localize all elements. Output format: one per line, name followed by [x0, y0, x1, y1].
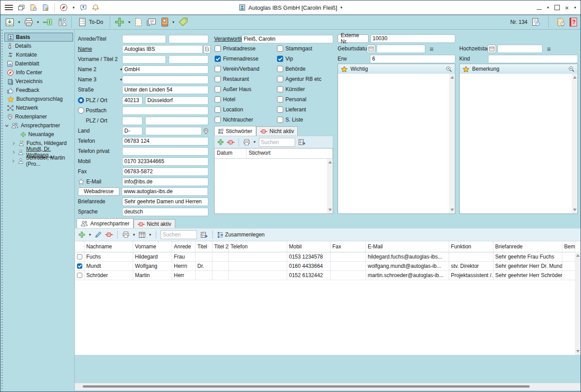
deactivate-keyword-icon[interactable] [227, 140, 235, 145]
scroll-down-icon[interactable] [576, 350, 580, 353]
star-outline-icon[interactable] [78, 179, 85, 185]
chevron-right-icon[interactable] [12, 150, 15, 154]
sidebar-item-details[interactable]: Details [4, 42, 74, 50]
postfach-input[interactable] [122, 107, 208, 115]
ausser-haus-checkbox[interactable] [215, 86, 221, 92]
tag-icon[interactable] [178, 17, 189, 27]
calendar-icon[interactable] [367, 45, 375, 53]
hochzeitstag-input[interactable] [497, 45, 543, 53]
ort-input[interactable] [145, 96, 208, 105]
titel2-input[interactable] [169, 55, 208, 64]
row-checkbox[interactable] [77, 263, 82, 269]
postfach-radio[interactable] [78, 107, 84, 114]
location-checkbox[interactable] [215, 107, 221, 113]
sidebar-item-basis[interactable]: Basis [4, 33, 73, 42]
deactivate-contact-icon[interactable] [105, 232, 113, 237]
column-header[interactable]: Funktion [449, 241, 493, 252]
erw-input[interactable] [370, 55, 455, 63]
behoerde-checkbox[interactable] [277, 66, 283, 72]
anrede-input[interactable] [122, 35, 166, 43]
sidebar-item-kontakte[interactable]: Kontakte [4, 50, 74, 59]
sidebar-item-datenblatt[interactable]: Datenblatt [4, 59, 74, 68]
close-caret[interactable]: ▾ [574, 6, 576, 10]
print-contacts-caret[interactable]: ▾ [133, 233, 135, 237]
sprache-input[interactable] [122, 208, 208, 216]
sidebar-splitter[interactable] [1, 30, 3, 391]
category-restaurant[interactable]: Restaurant [215, 75, 249, 84]
column-header[interactable]: Nachname [85, 241, 133, 252]
category-vip[interactable]: Vip [277, 54, 293, 63]
titel-input[interactable] [169, 35, 208, 43]
tab-ansprechpartner[interactable]: Ansprechpartner [77, 218, 134, 228]
firmenadresse-checkbox[interactable] [215, 56, 221, 62]
strasse-input[interactable] [122, 86, 208, 94]
category-hotel[interactable]: Hotel [215, 95, 235, 104]
scroll-up-icon[interactable] [573, 76, 577, 79]
notes-icon[interactable] [146, 18, 157, 27]
agentur-checkbox[interactable] [277, 76, 283, 82]
document-clock-icon[interactable] [30, 4, 37, 11]
column-header[interactable]: Telefon [229, 241, 287, 252]
scroll-up-icon[interactable] [576, 254, 580, 257]
plz2-input[interactable] [122, 117, 142, 125]
sidebar-item-routenplaner[interactable]: Routenplaner [4, 112, 74, 121]
row-checkbox[interactable] [77, 273, 82, 278]
category-agentur[interactable]: Agentur RB etc [277, 75, 321, 84]
column-header[interactable]: Titel 2 [212, 241, 229, 252]
column-header[interactable]: E-Mail [366, 241, 449, 252]
add-keyword-icon[interactable] [217, 139, 224, 145]
table-row[interactable]: Fuchs Hildegard Frau 0153 1234578 hildeg… [75, 252, 581, 262]
compass-dropdown-caret[interactable]: ▾ [73, 6, 75, 10]
webadresse-input[interactable] [122, 187, 208, 196]
list-lines-icon[interactable]: ≡ [430, 45, 434, 53]
print-contacts-icon[interactable] [122, 231, 130, 238]
ort2-input[interactable] [145, 117, 208, 125]
add-contact-caret[interactable]: ▾ [89, 233, 91, 237]
column-header[interactable]: Briefanrede [493, 241, 562, 252]
windows-stack-icon[interactable] [18, 4, 25, 11]
maximize-button[interactable] [554, 5, 560, 10]
name3-input[interactable] [122, 76, 208, 84]
save-import-icon[interactable] [5, 18, 15, 27]
contacts-scrollbar[interactable] [575, 252, 581, 355]
table-columns-caret[interactable]: ▾ [149, 233, 151, 237]
chevron-down-icon[interactable] [4, 124, 9, 128]
scroll-down-icon[interactable] [450, 209, 454, 211]
category-nichtraucher[interactable]: Nichtraucher [215, 115, 253, 124]
verantwortlich-input[interactable] [242, 35, 333, 43]
keywords-search-input[interactable] [259, 138, 295, 147]
category-personal[interactable]: Personal [277, 95, 306, 104]
tab-stichwoerter-nicht-aktiv[interactable]: Nicht aktiv [256, 126, 298, 136]
sidebar-item-ansprechpartner[interactable]: Ansprechpartner [4, 121, 74, 130]
wichtig-textarea[interactable] [338, 74, 449, 213]
plzort-radio[interactable] [78, 97, 84, 103]
vorname-input[interactable] [122, 55, 166, 64]
category-verein[interactable]: Verein/Verband [215, 65, 259, 73]
name-input[interactable] [122, 45, 203, 53]
externe-nr-input[interactable] [370, 34, 455, 43]
table-row[interactable]: Schröder Martin Herr 0152 6132442 martin… [75, 271, 581, 280]
table-columns-icon[interactable] [139, 232, 146, 238]
geo-pin-icon[interactable] [203, 128, 209, 134]
contacts-search-input[interactable] [161, 230, 197, 239]
name2-input[interactable] [122, 65, 208, 74]
minimize-caret[interactable]: ▾ [547, 6, 549, 10]
name-lookup-button[interactable] [204, 45, 211, 53]
scroll-down-icon[interactable] [573, 209, 577, 211]
vip-checkbox[interactable] [277, 56, 283, 62]
column-header-stichwort[interactable]: Stichwort [246, 148, 333, 158]
merge-button[interactable]: Zusammenlegen [217, 232, 265, 238]
kind-input[interactable] [488, 55, 578, 63]
zoom-icon[interactable] [446, 66, 452, 72]
column-header[interactable]: Anrede [172, 241, 196, 252]
scroll-down-icon[interactable] [328, 209, 332, 211]
sidebar-item-buchungsvorschlag[interactable]: Buchungsvorschlag [4, 95, 74, 103]
webadresse-button[interactable]: Webadresse [78, 187, 119, 196]
zoom-icon[interactable] [568, 66, 575, 72]
guest-status-icon[interactable] [58, 18, 67, 27]
export-table-icon[interactable] [200, 232, 208, 238]
window-title-group[interactable]: Autoglas IBS GmbH [Carolin Fleiß] ▾ [239, 4, 342, 11]
category-lieferant[interactable]: Lieferant [277, 105, 306, 114]
hotel-checkbox[interactable] [215, 96, 221, 103]
wichtig-scrollbar[interactable] [449, 74, 455, 213]
